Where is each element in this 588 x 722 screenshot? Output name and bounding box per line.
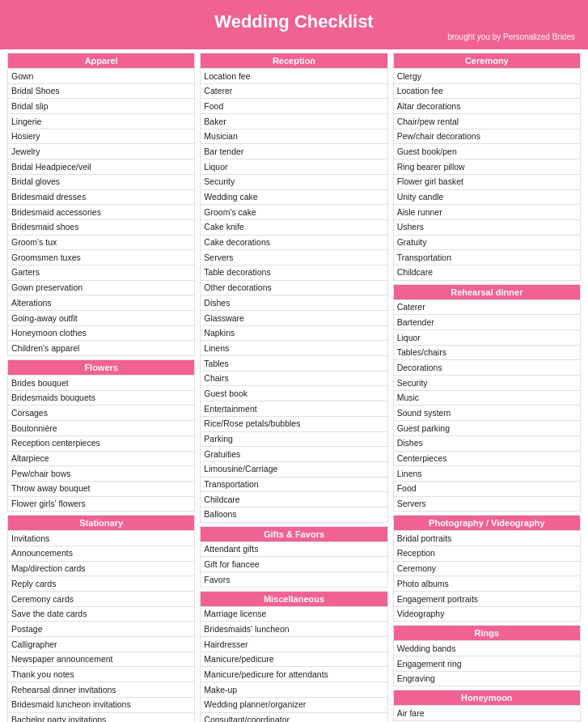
list-item: Servers <box>200 250 387 265</box>
list-item: Unity candle <box>393 190 581 206</box>
section-header-2: Photography / Videography <box>393 515 581 531</box>
list-item: Gown <box>7 69 195 84</box>
list-item: Ring bearer pillow <box>393 159 581 175</box>
list-item: Newspaper announcement <box>7 652 195 668</box>
list-item: Reception centerpieces <box>7 436 195 452</box>
list-item: Linens <box>200 341 387 356</box>
list-item: Entertainment <box>200 401 387 417</box>
list-item: Engagement ring <box>393 656 581 672</box>
list-item: Napkins <box>200 326 387 342</box>
list-item: Thank you notes <box>7 667 195 682</box>
section-flowers: FlowersBrides bouquetBridesmaids bouquet… <box>7 359 195 512</box>
list-item: Rice/Rose petals/bubbles <box>200 417 387 432</box>
list-item: Corsages <box>7 406 195 421</box>
subtitle: brought you by Personalized Brides <box>0 32 588 45</box>
list-item: Engraving <box>393 672 581 687</box>
list-item: Save the date cards <box>7 607 195 622</box>
section-header-0: Reception <box>200 53 387 69</box>
list-item: Guest book/pen <box>393 144 581 159</box>
list-item: Cake decorations <box>200 236 387 251</box>
list-item: Ceremony <box>393 562 581 577</box>
list-item: Tables/chairs <box>393 346 581 361</box>
list-item: Food <box>393 482 581 497</box>
list-item: Caterer <box>200 84 387 100</box>
list-item: Invitations <box>7 531 195 546</box>
list-item: Bridesmaid accessories <box>7 205 195 220</box>
list-item: Boutonnière <box>7 421 195 436</box>
list-item: Location fee <box>200 69 387 84</box>
list-item: Gratuity <box>393 236 581 251</box>
section-miscellaneous: MiscellaneousMarriage licenseBridesmaids… <box>200 591 387 722</box>
section-header-4: Honeymoon <box>393 690 581 706</box>
section-header-1: Gifts & Favors <box>200 526 387 542</box>
list-item: Hairdresser <box>200 637 387 652</box>
list-item: Rehearsal dinner invitations <box>7 682 195 698</box>
list-item: Children's apparel <box>7 341 195 356</box>
list-item: Bridal portraits <box>393 531 581 546</box>
section-header-2: Stationary <box>7 515 195 531</box>
column-3: CeremonyClergyLocation feeAltar decorati… <box>391 53 583 722</box>
list-item: Decorations <box>393 360 581 376</box>
list-item: Bachelor party invitations <box>7 713 195 723</box>
checklist-content: ApparelGownBridal ShoesBridal slipLinger… <box>0 49 588 722</box>
list-item: Glassware <box>200 311 387 326</box>
list-item: Bridal Shoes <box>7 84 195 100</box>
section-stationary: StationaryInvitationsAnnouncementsMap/di… <box>7 515 195 722</box>
list-item: Engagement portraits <box>393 592 581 607</box>
list-item: Limousine/Carriage <box>200 462 387 478</box>
column-1: ApparelGownBridal ShoesBridal slipLinger… <box>5 53 197 722</box>
list-item: Calligrapher <box>7 637 195 652</box>
list-item: Bridesmaids bouquets <box>7 391 195 406</box>
list-item: Sound system <box>393 406 581 421</box>
list-item: Bridesmaid luncheon invitations <box>7 698 195 713</box>
list-item: Jewelry <box>7 144 195 159</box>
list-item: Gown preservation <box>7 281 195 296</box>
section-header-3: Rings <box>393 625 581 641</box>
section-rings: RingsWedding bandsEngagement ringEngravi… <box>393 625 581 686</box>
list-item: Chair/pew rental <box>393 114 581 130</box>
list-item: Security <box>200 175 387 190</box>
list-item: Attendant gifts <box>200 542 387 558</box>
list-item: Marriage license <box>200 607 387 622</box>
list-item: Reception <box>393 546 581 562</box>
list-item: Aisle runner <box>393 205 581 220</box>
list-item: Guest parking <box>393 421 581 436</box>
list-item: Balloons <box>200 508 387 523</box>
list-item: Ceremony cards <box>7 592 195 607</box>
list-item: Bridal slip <box>7 99 195 114</box>
list-item: Bridesmaid dresses <box>7 190 195 206</box>
section-reception: ReceptionLocation feeCatererFoodBakerMus… <box>200 53 387 523</box>
list-item: Bartender <box>393 315 581 330</box>
list-item: Chairs <box>200 372 387 387</box>
list-item: Bridesmaids' luncheon <box>200 622 387 637</box>
list-item: Bridal Headpiece/veil <box>7 159 195 175</box>
list-item: Flower girls' flowers <box>7 497 195 512</box>
section-header-1: Flowers <box>7 359 195 376</box>
list-item: Servers <box>393 497 581 512</box>
section-ceremony: CeremonyClergyLocation feeAltar decorati… <box>393 53 581 281</box>
list-item: Dishes <box>200 295 387 311</box>
list-item: Transportation <box>393 250 581 265</box>
list-item: Altarpiece <box>7 452 195 467</box>
list-item: Caterer <box>393 300 581 316</box>
list-item: Food <box>200 99 387 114</box>
list-item: Pew/chair bows <box>7 466 195 482</box>
list-item: Tables <box>200 356 387 372</box>
list-item: Centerpieces <box>393 452 581 467</box>
list-item: Map/direction cards <box>7 562 195 577</box>
section-gifts---favors: Gifts & FavorsAttendant giftsGift for fi… <box>200 526 387 588</box>
list-item: Flower girl basket <box>393 175 581 190</box>
list-item: Baker <box>200 114 387 130</box>
section-header-2: Miscellaneous <box>200 591 387 607</box>
list-item: Photo albums <box>393 576 581 592</box>
list-item: Bridesmaid shoes <box>7 220 195 236</box>
list-item: Parking <box>200 432 387 448</box>
section-honeymoon: HoneymoonAir fareAccommodationsRental Ca… <box>393 690 581 722</box>
section-header-0: Apparel <box>7 53 195 69</box>
list-item: Childcare <box>393 265 581 281</box>
list-item: Postage <box>7 622 195 637</box>
list-item: Wedding planner/organizer <box>200 698 387 713</box>
header: Wedding Checklist brought you by Persona… <box>0 0 588 49</box>
list-item: Dishes <box>393 436 581 452</box>
list-item: Groomsmen tuxes <box>7 250 195 265</box>
